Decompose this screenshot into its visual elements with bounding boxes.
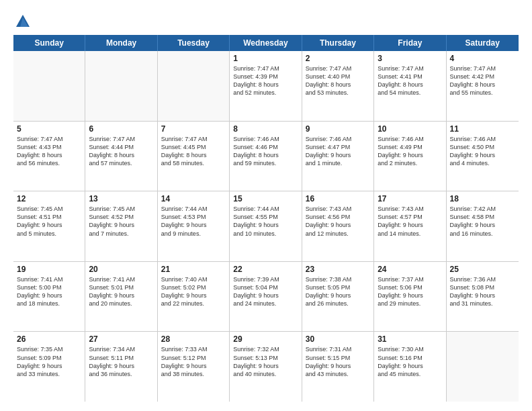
calendar-cell-day-11: 11Sunrise: 7:46 AM Sunset: 4:50 PM Dayli… — [447, 122, 519, 191]
weekday-header-tuesday: Tuesday — [158, 35, 230, 51]
day-number: 10 — [378, 124, 442, 134]
day-number: 26 — [17, 334, 81, 344]
calendar-cell-day-24: 24Sunrise: 7:37 AM Sunset: 5:06 PM Dayli… — [374, 262, 446, 332]
day-number: 30 — [306, 334, 370, 344]
cell-info: Sunrise: 7:35 AM Sunset: 5:09 PM Dayligh… — [17, 345, 81, 378]
day-number: 19 — [17, 265, 81, 274]
calendar-cell-day-12: 12Sunrise: 7:45 AM Sunset: 4:51 PM Dayli… — [13, 191, 85, 261]
calendar-header: SundayMondayTuesdayWednesdayThursdayFrid… — [13, 35, 519, 51]
calendar-row-4: 26Sunrise: 7:35 AM Sunset: 5:09 PM Dayli… — [13, 332, 519, 402]
calendar-cell-day-8: 8Sunrise: 7:46 AM Sunset: 4:46 PM Daylig… — [230, 122, 302, 191]
day-number: 21 — [161, 265, 226, 274]
calendar-cell-day-9: 9Sunrise: 7:46 AM Sunset: 4:47 PM Daylig… — [302, 122, 374, 191]
calendar-cell-day-23: 23Sunrise: 7:38 AM Sunset: 5:05 PM Dayli… — [302, 262, 374, 332]
calendar-cell-day-5: 5Sunrise: 7:47 AM Sunset: 4:43 PM Daylig… — [13, 122, 85, 191]
day-number: 18 — [450, 194, 515, 203]
day-number: 12 — [17, 194, 81, 203]
calendar-cell-day-2: 2Sunrise: 7:47 AM Sunset: 4:40 PM Daylig… — [302, 51, 374, 121]
calendar-cell-day-25: 25Sunrise: 7:36 AM Sunset: 5:08 PM Dayli… — [447, 262, 519, 332]
cell-info: Sunrise: 7:30 AM Sunset: 5:16 PM Dayligh… — [378, 345, 442, 378]
calendar-cell-day-27: 27Sunrise: 7:34 AM Sunset: 5:11 PM Dayli… — [85, 332, 157, 402]
day-number: 23 — [306, 265, 370, 274]
calendar-cell-day-1: 1Sunrise: 7:47 AM Sunset: 4:39 PM Daylig… — [230, 51, 302, 121]
cell-info: Sunrise: 7:37 AM Sunset: 5:06 PM Dayligh… — [378, 275, 442, 308]
calendar-cell-day-29: 29Sunrise: 7:32 AM Sunset: 5:13 PM Dayli… — [230, 332, 302, 402]
calendar-cell-day-14: 14Sunrise: 7:44 AM Sunset: 4:53 PM Dayli… — [158, 191, 230, 261]
calendar-row-0: 1Sunrise: 7:47 AM Sunset: 4:39 PM Daylig… — [13, 51, 519, 122]
calendar-cell-day-15: 15Sunrise: 7:44 AM Sunset: 4:55 PM Dayli… — [230, 191, 302, 261]
calendar-cell-day-31: 31Sunrise: 7:30 AM Sunset: 5:16 PM Dayli… — [374, 332, 446, 402]
weekday-header-thursday: Thursday — [302, 35, 374, 51]
cell-info: Sunrise: 7:44 AM Sunset: 4:53 PM Dayligh… — [161, 205, 226, 238]
day-number: 3 — [378, 54, 442, 63]
calendar-cell-day-30: 30Sunrise: 7:31 AM Sunset: 5:15 PM Dayli… — [302, 332, 374, 402]
day-number: 25 — [450, 265, 515, 274]
calendar-cell-day-28: 28Sunrise: 7:33 AM Sunset: 5:12 PM Dayli… — [158, 332, 230, 402]
cell-info: Sunrise: 7:47 AM Sunset: 4:40 PM Dayligh… — [306, 64, 370, 97]
weekday-header-sunday: Sunday — [13, 35, 85, 51]
cell-info: Sunrise: 7:43 AM Sunset: 4:57 PM Dayligh… — [378, 205, 442, 238]
day-number: 29 — [233, 334, 298, 344]
cell-info: Sunrise: 7:46 AM Sunset: 4:50 PM Dayligh… — [450, 135, 515, 168]
calendar-cell-day-16: 16Sunrise: 7:43 AM Sunset: 4:56 PM Dayli… — [302, 191, 374, 261]
cell-info: Sunrise: 7:46 AM Sunset: 4:49 PM Dayligh… — [378, 135, 442, 168]
calendar-cell-day-22: 22Sunrise: 7:39 AM Sunset: 5:04 PM Dayli… — [230, 262, 302, 332]
day-number: 6 — [89, 124, 153, 134]
weekday-header-wednesday: Wednesday — [230, 35, 302, 51]
calendar-row-2: 12Sunrise: 7:45 AM Sunset: 4:51 PM Dayli… — [13, 191, 519, 262]
calendar-cell-day-3: 3Sunrise: 7:47 AM Sunset: 4:41 PM Daylig… — [374, 51, 446, 121]
cell-info: Sunrise: 7:47 AM Sunset: 4:42 PM Dayligh… — [450, 64, 515, 97]
header — [13, 12, 519, 31]
cell-info: Sunrise: 7:36 AM Sunset: 5:08 PM Dayligh… — [450, 275, 515, 308]
calendar-cell-day-10: 10Sunrise: 7:46 AM Sunset: 4:49 PM Dayli… — [374, 122, 446, 191]
cell-info: Sunrise: 7:42 AM Sunset: 4:58 PM Dayligh… — [450, 205, 515, 238]
calendar-cell-day-18: 18Sunrise: 7:42 AM Sunset: 4:58 PM Dayli… — [447, 191, 519, 261]
day-number: 31 — [378, 334, 442, 344]
day-number: 1 — [233, 54, 298, 63]
calendar-body: 1Sunrise: 7:47 AM Sunset: 4:39 PM Daylig… — [13, 51, 519, 402]
cell-info: Sunrise: 7:44 AM Sunset: 4:55 PM Dayligh… — [233, 205, 298, 238]
cell-info: Sunrise: 7:43 AM Sunset: 4:56 PM Dayligh… — [306, 205, 370, 238]
cell-info: Sunrise: 7:39 AM Sunset: 5:04 PM Dayligh… — [233, 275, 298, 308]
cell-info: Sunrise: 7:46 AM Sunset: 4:47 PM Dayligh… — [306, 135, 370, 168]
calendar-cell-day-6: 6Sunrise: 7:47 AM Sunset: 4:44 PM Daylig… — [85, 122, 157, 191]
cell-info: Sunrise: 7:47 AM Sunset: 4:39 PM Dayligh… — [233, 64, 298, 97]
calendar-row-1: 5Sunrise: 7:47 AM Sunset: 4:43 PM Daylig… — [13, 122, 519, 192]
cell-info: Sunrise: 7:47 AM Sunset: 4:44 PM Dayligh… — [89, 135, 153, 168]
cell-info: Sunrise: 7:47 AM Sunset: 4:45 PM Dayligh… — [161, 135, 226, 168]
day-number: 22 — [233, 265, 298, 274]
calendar-cell-day-20: 20Sunrise: 7:41 AM Sunset: 5:01 PM Dayli… — [85, 262, 157, 332]
day-number: 11 — [450, 124, 515, 134]
day-number: 28 — [161, 334, 226, 344]
cell-info: Sunrise: 7:41 AM Sunset: 5:00 PM Dayligh… — [17, 275, 81, 308]
cell-info: Sunrise: 7:47 AM Sunset: 4:43 PM Dayligh… — [17, 135, 81, 168]
day-number: 15 — [233, 194, 298, 203]
calendar-cell-empty-4-6 — [447, 332, 519, 402]
calendar-cell-empty-0-0 — [13, 51, 85, 121]
day-number: 14 — [161, 194, 226, 203]
calendar-cell-day-4: 4Sunrise: 7:47 AM Sunset: 4:42 PM Daylig… — [447, 51, 519, 121]
calendar-cell-empty-0-2 — [158, 51, 230, 121]
cell-info: Sunrise: 7:38 AM Sunset: 5:05 PM Dayligh… — [306, 275, 370, 308]
page: SundayMondayTuesdayWednesdayThursdayFrid… — [0, 0, 532, 411]
logo-icon — [13, 12, 32, 31]
weekday-header-saturday: Saturday — [447, 35, 519, 51]
calendar-cell-day-17: 17Sunrise: 7:43 AM Sunset: 4:57 PM Dayli… — [374, 191, 446, 261]
day-number: 4 — [450, 54, 515, 63]
day-number: 7 — [161, 124, 226, 134]
calendar-row-3: 19Sunrise: 7:41 AM Sunset: 5:00 PM Dayli… — [13, 262, 519, 332]
day-number: 24 — [378, 265, 442, 274]
calendar: SundayMondayTuesdayWednesdayThursdayFrid… — [13, 35, 519, 402]
calendar-cell-day-13: 13Sunrise: 7:45 AM Sunset: 4:52 PM Dayli… — [85, 191, 157, 261]
logo — [13, 12, 35, 31]
cell-info: Sunrise: 7:31 AM Sunset: 5:15 PM Dayligh… — [306, 345, 370, 378]
cell-info: Sunrise: 7:47 AM Sunset: 4:41 PM Dayligh… — [378, 64, 442, 97]
day-number: 20 — [89, 265, 153, 274]
cell-info: Sunrise: 7:41 AM Sunset: 5:01 PM Dayligh… — [89, 275, 153, 308]
cell-info: Sunrise: 7:34 AM Sunset: 5:11 PM Dayligh… — [89, 345, 153, 378]
cell-info: Sunrise: 7:45 AM Sunset: 4:51 PM Dayligh… — [17, 205, 81, 238]
day-number: 17 — [378, 194, 442, 203]
cell-info: Sunrise: 7:32 AM Sunset: 5:13 PM Dayligh… — [233, 345, 298, 378]
day-number: 27 — [89, 334, 153, 344]
day-number: 9 — [306, 124, 370, 134]
